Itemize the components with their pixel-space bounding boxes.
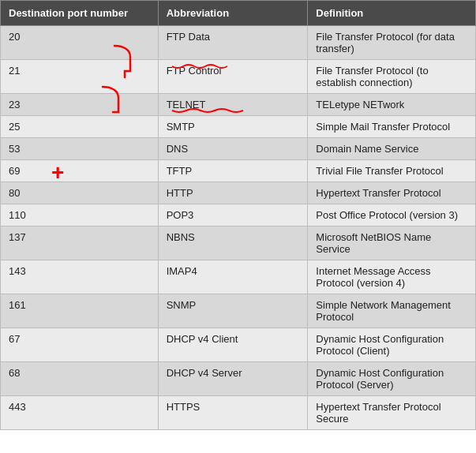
cell-abbr: DHCP v4 Client <box>158 328 308 362</box>
table-row: 25SMTPSimple Mail Transfer Protocol <box>1 116 476 138</box>
cell-abbr: NBNS <box>158 226 308 260</box>
cell-port: 69 <box>1 160 159 182</box>
cell-def: Hypertext Transfer Protocol <box>308 182 476 204</box>
cell-abbr: HTTP <box>158 182 308 204</box>
cell-port: 25 <box>1 116 159 138</box>
cell-abbr: DHCP v4 Server <box>158 362 308 396</box>
cell-port: 110 <box>1 204 159 226</box>
cell-abbr: IMAP4 <box>158 260 308 294</box>
col-header-port: Destination port number <box>1 1 159 26</box>
cell-port: 161 <box>1 294 159 328</box>
port-table: Destination port number Abbreviation Def… <box>0 0 476 430</box>
cell-port: 20 <box>1 26 159 60</box>
cell-abbr: FTP Control <box>158 60 308 94</box>
table-row: 20FTP DataFile Transfer Protocol (for da… <box>1 26 476 60</box>
cell-port: 80 <box>1 182 159 204</box>
cell-def: File Transfer Protocol (to establish con… <box>308 60 476 94</box>
table-row: 68DHCP v4 ServerDynamic Host Configurati… <box>1 362 476 396</box>
cell-abbr: TELNET <box>158 94 308 116</box>
cell-abbr: SNMP <box>158 294 308 328</box>
cell-def: Simple Mail Transfer Protocol <box>308 116 476 138</box>
cell-port: 67 <box>1 328 159 362</box>
table-row: 67DHCP v4 ClientDynamic Host Configurati… <box>1 328 476 362</box>
table-container: Destination port number Abbreviation Def… <box>0 0 476 430</box>
cell-def: TELetype NETwork <box>308 94 476 116</box>
table-row: 23TELNETTELetype NETwork <box>1 94 476 116</box>
table-row: 137NBNSMicrosoft NetBIOS Name Service <box>1 226 476 260</box>
cell-def: Internet Message Access Protocol (versio… <box>308 260 476 294</box>
table-row: 443HTTPSHypertext Transfer Protocol Secu… <box>1 396 476 430</box>
cell-abbr: POP3 <box>158 204 308 226</box>
cell-def: Simple Network Management Protocol <box>308 294 476 328</box>
table-header-row: Destination port number Abbreviation Def… <box>1 1 476 26</box>
cell-abbr: FTP Data <box>158 26 308 60</box>
cell-port: 443 <box>1 396 159 430</box>
cell-abbr: DNS <box>158 138 308 160</box>
table-row: 143IMAP4Internet Message Access Protocol… <box>1 260 476 294</box>
cell-port: 53 <box>1 138 159 160</box>
table-row: 53DNSDomain Name Service <box>1 138 476 160</box>
cell-port: 137 <box>1 226 159 260</box>
cell-def: Post Office Protocol (version 3) <box>308 204 476 226</box>
col-header-def: Definition <box>308 1 476 26</box>
cell-def: Dynamic Host Configuration Protocol (Cli… <box>308 328 476 362</box>
table-row: 161SNMPSimple Network Management Protoco… <box>1 294 476 328</box>
cell-port: 21 <box>1 60 159 94</box>
cell-port: 143 <box>1 260 159 294</box>
table-row: 21FTP ControlFile Transfer Protocol (to … <box>1 60 476 94</box>
cell-abbr: HTTPS <box>158 396 308 430</box>
cell-abbr: SMTP <box>158 116 308 138</box>
cell-def: Microsoft NetBIOS Name Service <box>308 226 476 260</box>
table-row: 80HTTPHypertext Transfer Protocol <box>1 182 476 204</box>
cell-port: 68 <box>1 362 159 396</box>
cell-port: 23 <box>1 94 159 116</box>
cell-def: Trivial File Transfer Protocol <box>308 160 476 182</box>
cell-def: Domain Name Service <box>308 138 476 160</box>
cell-abbr: TFTP <box>158 160 308 182</box>
cell-def: Dynamic Host Configuration Protocol (Ser… <box>308 362 476 396</box>
cell-def: Hypertext Transfer Protocol Secure <box>308 396 476 430</box>
cell-def: File Transfer Protocol (for data transfe… <box>308 26 476 60</box>
table-row: 69TFTPTrivial File Transfer Protocol <box>1 160 476 182</box>
table-row: 110POP3Post Office Protocol (version 3) <box>1 204 476 226</box>
col-header-abbr: Abbreviation <box>158 1 308 26</box>
